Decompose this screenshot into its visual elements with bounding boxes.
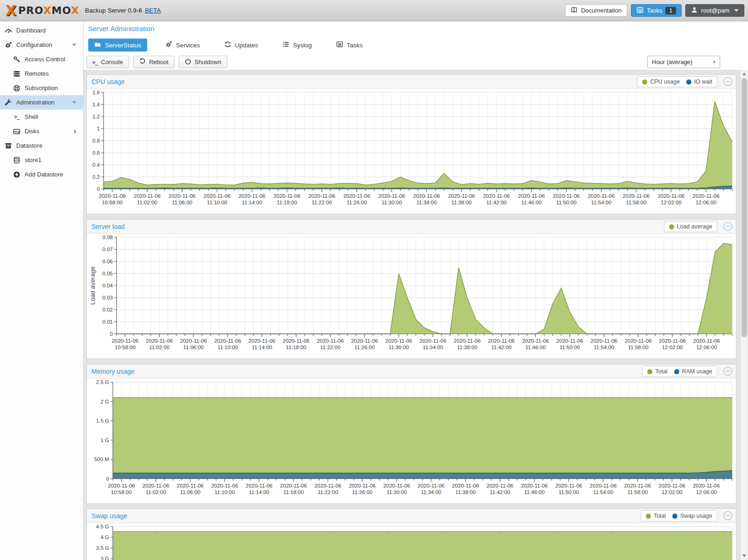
legend-item[interactable]: Swap usage [672, 513, 712, 519]
sidebar-item-datastore[interactable]: Datastore [0, 138, 83, 153]
svg-text:2020-11-06: 2020-11-06 [658, 483, 685, 488]
tab-label: Syslog [293, 42, 312, 49]
svg-text:2020-11-06: 2020-11-06 [488, 338, 515, 344]
tasks-button[interactable]: Tasks 1 [631, 4, 682, 17]
vertical-scrollbar[interactable] [740, 70, 748, 560]
cpu-usage-panel: CPU usage CPU usageIO wait 00.20.40.60.8… [86, 74, 736, 214]
swap-usage-chart[interactable]: 0500 M1 G1.5 G2 G2.5 G3 G3.5 G4 G4.5 G20… [87, 523, 736, 560]
scroll-down-arrow-icon[interactable] [741, 552, 748, 560]
sidebar-item-remotes[interactable]: Remotes [0, 66, 83, 81]
svg-text:2020-11-06: 2020-11-06 [108, 483, 135, 488]
sidebar-item-label: Dashboard [16, 27, 46, 34]
svg-text:1 G: 1 G [100, 437, 109, 443]
svg-text:2020-11-06: 2020-11-06 [280, 483, 307, 488]
chevron-down-icon[interactable] [72, 44, 77, 46]
tab-updates[interactable]: Updates [218, 39, 264, 52]
svg-text:2020-11-06: 2020-11-06 [623, 193, 650, 199]
shutdown-label: Shutdown [195, 59, 221, 65]
svg-text:12:02:00: 12:02:00 [662, 345, 683, 350]
sidebar-item-label: Remotes [25, 70, 49, 77]
svg-text:2020-11-06: 2020-11-06 [111, 338, 138, 344]
main-content: Server Administration ServerStatus Servi… [84, 21, 748, 560]
cpu-usage-chart[interactable]: 00.20.40.60.811.21.41.62020-11-0610:58:0… [87, 89, 736, 214]
sidebar-item-subscription[interactable]: Subscription [0, 81, 83, 95]
svg-text:2020-11-06: 2020-11-06 [343, 193, 370, 199]
tab-syslog[interactable]: Syslog [276, 39, 318, 52]
database-icon [13, 156, 20, 164]
shutdown-button[interactable]: Shutdown [179, 56, 228, 68]
reboot-label: Reboot [149, 59, 169, 65]
reboot-button[interactable]: Reboot [133, 56, 175, 68]
chevron-down-icon[interactable] [72, 101, 77, 104]
collapse-panel-icon[interactable] [723, 77, 732, 86]
tab-serverstatus[interactable]: ServerStatus [88, 39, 147, 52]
svg-text:11:18:00: 11:18:00 [277, 200, 297, 205]
svg-text:11:58:00: 11:58:00 [626, 200, 646, 205]
svg-text:0: 0 [97, 186, 100, 192]
memory-usage-chart[interactable]: 0500 M1 G1.5 G2 G2.5 G2020-11-0610:58:00… [87, 378, 736, 503]
legend-item[interactable]: Total [647, 368, 667, 375]
tasks-count-badge: 1 [665, 7, 676, 14]
sidebar-item-store1[interactable]: store1 [0, 153, 83, 167]
svg-text:2.5 G: 2.5 G [96, 379, 109, 385]
proxmox-x-icon: X [6, 2, 16, 19]
legend-dot-icon [647, 369, 652, 374]
tab-tasks[interactable]: Tasks [330, 39, 369, 52]
legend-item[interactable]: Total [646, 513, 666, 519]
sidebar-item-disks[interactable]: Disks [0, 124, 83, 138]
svg-text:11:42:00: 11:42:00 [486, 200, 507, 205]
svg-text:11:58:00: 11:58:00 [628, 345, 648, 350]
time-range-select[interactable]: Hour (average) ▾ [647, 56, 720, 68]
sidebar-item-dashboard[interactable]: Dashboard [0, 23, 83, 38]
sidebar-item-shell[interactable]: >_ Shell [0, 110, 83, 124]
time-range-value: Hour (average) [652, 59, 692, 65]
collapse-panel-icon[interactable] [723, 511, 732, 520]
legend-item[interactable]: IO wait [686, 78, 712, 85]
svg-text:1: 1 [97, 126, 100, 131]
server-load-chart[interactable]: 00.010.020.030.040.050.060.070.082020-11… [87, 234, 736, 358]
tab-label: Services [176, 42, 200, 49]
sidebar-item-label: Datastore [16, 142, 42, 149]
svg-text:2020-11-06: 2020-11-06 [273, 193, 300, 199]
sidebar-item-administration[interactable]: Administration [0, 95, 83, 110]
svg-text:2020-11-06: 2020-11-06 [521, 483, 548, 488]
legend-item[interactable]: Load average [669, 223, 712, 230]
legend-item[interactable]: CPU usage [642, 78, 680, 85]
legend-item[interactable]: RAM usage [674, 368, 712, 375]
collapse-panel-icon[interactable] [723, 222, 732, 231]
user-menu-button[interactable]: root@pam [685, 4, 744, 17]
panel-header: Memory usage TotalRAM usage [87, 365, 736, 378]
collapse-panel-icon[interactable] [723, 367, 732, 376]
sidebar-item-access-control[interactable]: Access Control [0, 52, 83, 66]
legend-label: Swap usage [680, 513, 712, 519]
svg-text:11:30:00: 11:30:00 [389, 345, 409, 350]
legend-label: Total [654, 513, 666, 519]
svg-text:2020-11-06: 2020-11-06 [204, 193, 231, 199]
tab-services[interactable]: Services [159, 39, 206, 52]
svg-text:12:06:00: 12:06:00 [696, 345, 717, 350]
svg-text:0.2: 0.2 [92, 174, 100, 180]
beta-link[interactable]: BETA [145, 7, 161, 14]
memory-usage-panel: Memory usage TotalRAM usage 0500 M1 G1.5… [86, 364, 736, 504]
scrollbar-thumb[interactable] [741, 78, 747, 337]
archive-icon [5, 142, 12, 150]
svg-text:10:58:00: 10:58:00 [102, 200, 123, 205]
sidebar-item-configuration[interactable]: Configuration [0, 38, 83, 52]
documentation-button[interactable]: Documentation [565, 4, 627, 17]
panel-header: CPU usage CPU usageIO wait [87, 75, 736, 89]
swap-usage-panel: Swap usage TotalSwap usage 0500 M1 G1.5 … [86, 508, 736, 560]
scroll-up-arrow-icon[interactable] [741, 70, 748, 78]
sidebar-item-add-datastore[interactable]: Add Datastore [0, 167, 83, 182]
svg-text:2020-11-06: 2020-11-06 [553, 193, 580, 199]
svg-text:11:54:00: 11:54:00 [591, 200, 611, 205]
task-list-icon [637, 7, 644, 15]
chart-legend: CPU usageIO wait [637, 76, 717, 87]
console-button[interactable]: >_ Console [86, 56, 129, 68]
svg-text:2020-11-06: 2020-11-06 [214, 338, 241, 344]
svg-text:11:46:00: 11:46:00 [521, 200, 542, 205]
svg-text:2020-11-06: 2020-11-06 [349, 483, 376, 488]
chevron-right-icon[interactable] [74, 129, 77, 134]
svg-text:11:50:00: 11:50:00 [559, 489, 579, 495]
panel-header: Swap usage TotalSwap usage [87, 509, 736, 523]
svg-text:2020-11-06: 2020-11-06 [146, 338, 173, 344]
